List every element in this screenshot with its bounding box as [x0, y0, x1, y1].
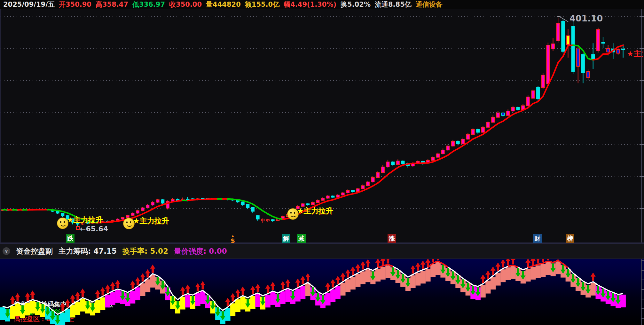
up-arrow-icon [525, 258, 530, 267]
candlestick [482, 127, 484, 132]
indicator-main-chips-value: 主力筹码: 47.15 [59, 246, 117, 256]
candlestick [562, 21, 564, 52]
chip-band-bar [330, 289, 335, 302]
up-arrow-icon [200, 281, 205, 289]
up-arrow-icon [185, 284, 190, 293]
up-arrow-icon [295, 279, 300, 287]
ma-line-segment [568, 45, 573, 46]
ma-line-segment [378, 179, 383, 183]
candlestick [86, 223, 89, 223]
up-arrow-icon [375, 258, 381, 267]
ma-line-segment [303, 209, 308, 211]
chip-band-bar [325, 293, 330, 305]
ma-line-segment [118, 220, 123, 221]
collapse-indicator-button[interactable]: ∨ [3, 247, 10, 255]
up-arrow-icon [591, 273, 596, 281]
up-arrow-icon [300, 276, 305, 284]
candlestick [497, 113, 499, 117]
ma-line-segment [238, 200, 243, 201]
chip-band-bar [500, 269, 506, 282]
candlestick [116, 219, 119, 220]
ma-line-segment [443, 155, 448, 158]
candlestick [136, 211, 139, 213]
up-arrow-icon [15, 293, 20, 301]
up-arrow-icon [365, 259, 370, 267]
up-arrow-icon [30, 290, 35, 299]
chip-band-bar [10, 306, 15, 319]
up-arrow-icon [480, 274, 485, 283]
ma-line-segment [3, 210, 8, 210]
ma-line-segment [553, 63, 558, 75]
candlestick [582, 54, 585, 73]
chip-band-bar [105, 295, 110, 307]
up-arrow-icon [485, 271, 491, 279]
candlestick [381, 167, 384, 173]
candlestick [61, 213, 64, 216]
ma-line-segment [318, 202, 323, 205]
ma-line-segment [48, 210, 53, 210]
ma-line-segment [438, 158, 443, 160]
indicator-name[interactable]: 资金控盘副 [16, 246, 53, 256]
candlestick [516, 107, 519, 110]
candlestick [402, 161, 404, 163]
ma-line-segment [113, 221, 118, 222]
chip-band-bar [491, 277, 496, 289]
chip-band-bar [335, 286, 341, 299]
candlestick [361, 186, 364, 189]
up-arrow-icon [105, 284, 110, 293]
chip-band-bar [130, 291, 135, 304]
candlestick [246, 204, 249, 208]
ma-line-segment [398, 165, 403, 167]
candlestick [587, 71, 590, 78]
candlestick [592, 54, 594, 59]
chip-band-bar [555, 261, 561, 274]
ma-line-segment [278, 218, 283, 219]
chip-band-bar [15, 303, 20, 316]
candlestick [296, 206, 299, 209]
candlestick [472, 130, 475, 135]
chip-band-bar [340, 283, 345, 296]
chip-band-bar [300, 286, 305, 299]
chip-band-bar [95, 300, 100, 313]
ma-line-segment [298, 212, 303, 215]
up-arrow-icon [495, 263, 500, 271]
ma-line-segment [618, 45, 623, 47]
chip-band-bar [75, 302, 80, 315]
ma-line-segment [82, 219, 88, 221]
candlestick [357, 189, 359, 192]
quote-open: 开350.90 [59, 0, 91, 9]
chip-band-bar [25, 303, 30, 315]
candlestick [161, 200, 164, 203]
chip-band-bar [546, 262, 551, 275]
up-arrow-icon [265, 284, 270, 293]
ma-line-segment [148, 209, 153, 211]
chip-band-bar [240, 297, 245, 309]
ma-line-segment [328, 200, 333, 201]
candlestick [577, 49, 579, 67]
ma-line-segment [283, 218, 288, 219]
chip-band-bar [485, 281, 491, 294]
up-arrow-icon [270, 282, 275, 290]
quote-sector-link[interactable]: 通信设备 [416, 0, 443, 9]
ma-line-segment [478, 134, 483, 137]
up-arrow-icon [335, 276, 341, 284]
ma-line-segment [143, 211, 148, 214]
quote-high: 高358.47 [96, 0, 128, 9]
up-arrow-icon [195, 283, 200, 291]
chip-band-bar [365, 269, 371, 282]
ma-line-segment [453, 149, 458, 152]
chip-band-bar [295, 289, 301, 302]
chip-band-bar [270, 292, 275, 305]
candlestick [387, 162, 389, 167]
candlestick [567, 36, 569, 44]
candlestick [572, 27, 575, 72]
candlestick [241, 202, 244, 204]
candlestick [602, 42, 605, 43]
ma-line-segment [253, 204, 258, 207]
indicator-header-bar: ∨ 资金控盘副 主力筹码: 47.15 换手率: 5.02 量价强度: 0.00 [0, 243, 644, 259]
chip-band-bar [436, 262, 441, 275]
chip-band-bar [110, 292, 115, 305]
ma-line-segment [573, 45, 578, 46]
chart-canvas[interactable] [0, 0, 644, 325]
trading-app-screen: 2025/09/19/五 开350.90 高358.47 低336.97 收35… [0, 0, 644, 325]
